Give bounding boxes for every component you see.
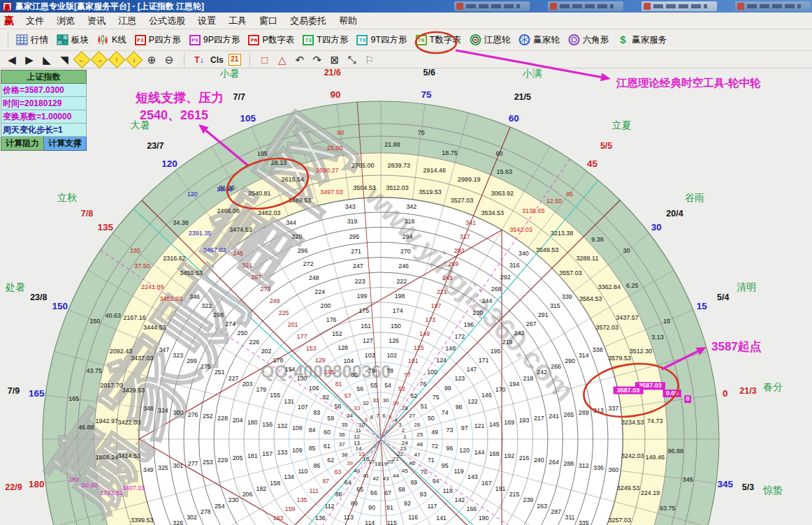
toolbar-item-label: 9T四方形 bbox=[370, 34, 407, 46]
svg-text:295: 295 bbox=[349, 233, 359, 240]
background-tab[interactable] bbox=[641, 1, 717, 11]
svg-text:315: 315 bbox=[550, 302, 560, 309]
svg-text:206: 206 bbox=[242, 491, 253, 498]
svg-text:107: 107 bbox=[298, 404, 308, 411]
svg-text:246: 246 bbox=[398, 262, 409, 269]
svg-text:134: 134 bbox=[284, 473, 294, 480]
toolbar-item-K线[interactable]: K线 bbox=[93, 33, 131, 47]
svg-text:104: 104 bbox=[343, 357, 354, 364]
candles-icon bbox=[97, 34, 109, 45]
calc-resistance-button[interactable]: 计算阻力 bbox=[1, 137, 44, 151]
svg-text:3213.38: 3213.38 bbox=[551, 230, 574, 237]
toolbar-item-江恩轮[interactable]: 江恩轮 bbox=[465, 33, 515, 47]
flag-icon[interactable]: ⚐ bbox=[363, 53, 376, 67]
svg-text:45: 45 bbox=[587, 158, 598, 169]
toolbar-item-板块[interactable]: 板块 bbox=[52, 33, 93, 47]
svg-text:2241.89: 2241.89 bbox=[141, 283, 164, 290]
menu-item-工具[interactable]: 工具 bbox=[222, 14, 253, 27]
calc-support-button[interactable]: 计算支撑 bbox=[44, 137, 87, 151]
toolbar-item-P数字表[interactable]: PNP数字表 bbox=[244, 33, 298, 47]
svg-text:155: 155 bbox=[270, 392, 280, 399]
svg-text:80: 80 bbox=[351, 371, 358, 378]
svg-text:45: 45 bbox=[566, 191, 573, 198]
svg-text:79: 79 bbox=[368, 367, 375, 374]
svg-text:124: 124 bbox=[436, 357, 447, 364]
resize-icon[interactable]: ⤡ bbox=[346, 53, 358, 67]
background-tab[interactable] bbox=[548, 1, 623, 11]
zoom-out-icon[interactable]: ⊖ bbox=[163, 53, 175, 67]
t-arrow-icon[interactable]: T↓ bbox=[193, 53, 205, 67]
menu-item-窗口[interactable]: 窗口 bbox=[253, 14, 284, 27]
pan-right-icon[interactable]: → bbox=[91, 51, 108, 68]
svg-text:27: 27 bbox=[409, 413, 415, 419]
toolbar-item-行情[interactable]: 行情 bbox=[12, 33, 52, 47]
triangle-tool-icon[interactable]: △ bbox=[276, 53, 289, 67]
toolbar-item-P四方形[interactable]: P3P四方形 bbox=[131, 33, 185, 47]
prev-icon[interactable]: ◀ bbox=[6, 53, 18, 67]
svg-text:157: 157 bbox=[262, 450, 273, 457]
svg-text:195: 195 bbox=[491, 348, 501, 355]
menu-item-帮助[interactable]: 帮助 bbox=[333, 14, 363, 27]
svg-text:21/6: 21/6 bbox=[324, 68, 341, 77]
background-tab[interactable] bbox=[735, 1, 811, 11]
svg-text:292: 292 bbox=[500, 274, 511, 281]
menu-item-交易委托[interactable]: 交易委托 bbox=[284, 14, 333, 27]
svg-text:148: 148 bbox=[445, 345, 456, 352]
gann-wheel-chart-area[interactable]: 赢家财富网www.yingjia360.comQQ:40008003600153… bbox=[0, 68, 812, 525]
svg-text:105: 105 bbox=[257, 150, 268, 157]
box-x-icon[interactable]: ⊠ bbox=[328, 53, 341, 67]
svg-text:20/4: 20/4 bbox=[666, 209, 683, 219]
window-title: 赢家江恩专业版[赢家服务平台] - [上证指数 江恩轮] bbox=[15, 1, 204, 13]
cls-button[interactable]: Cls bbox=[210, 53, 224, 67]
background-tab[interactable] bbox=[454, 1, 530, 11]
T9-icon: T9 bbox=[356, 35, 368, 45]
svg-text:7: 7 bbox=[376, 413, 379, 419]
svg-text:301: 301 bbox=[173, 462, 183, 469]
title-bar: 赢 赢家江恩专业版[赢家服务平台] - [上证指数 江恩轮] bbox=[0, 0, 812, 13]
svg-text:74.73: 74.73 bbox=[647, 417, 663, 424]
rotate-right-icon[interactable]: ◥ bbox=[58, 53, 71, 67]
next-icon[interactable]: ▶ bbox=[23, 53, 36, 67]
toolbar-item-T四方形[interactable]: T3T四方形 bbox=[298, 33, 352, 47]
pan-down-icon[interactable]: ↓ bbox=[126, 51, 143, 68]
svg-text:65: 65 bbox=[356, 486, 363, 493]
square-tool-icon[interactable]: □ bbox=[259, 53, 271, 67]
rotate-left-icon[interactable]: ◣ bbox=[41, 53, 53, 67]
toolbar-item-9T四方形[interactable]: T99T四方形 bbox=[352, 33, 411, 47]
menu-item-设置[interactable]: 设置 bbox=[191, 14, 222, 27]
svg-text:317: 317 bbox=[460, 233, 470, 240]
svg-text:135: 135 bbox=[297, 496, 307, 503]
pan-left-icon[interactable]: ← bbox=[73, 51, 91, 68]
pan-up-icon[interactable]: ↑ bbox=[108, 51, 126, 68]
svg-text:85: 85 bbox=[309, 445, 316, 452]
arc-ccw-icon[interactable]: ↶ bbox=[293, 53, 306, 67]
toolbar-item-赢家轮[interactable]: 赢家轮 bbox=[514, 33, 564, 47]
svg-text:2: 2 bbox=[402, 427, 405, 434]
toolbar-item-六角形[interactable]: 六角形 bbox=[564, 33, 614, 47]
toolbar-item-9P四方形[interactable]: P99P四方形 bbox=[185, 33, 245, 47]
toolbar-item-T数字表[interactable]: TNT数字表 bbox=[412, 33, 465, 47]
svg-text:48: 48 bbox=[416, 441, 423, 448]
svg-text:88: 88 bbox=[335, 491, 342, 498]
toolbar-item-label: P四方形 bbox=[149, 34, 181, 46]
menu-item-浏览[interactable]: 浏览 bbox=[50, 14, 81, 27]
menu-item-文件[interactable]: 文件 bbox=[20, 14, 50, 27]
menu-item-公式选股[interactable]: 公式选股 bbox=[143, 14, 191, 27]
calendar-icon[interactable]: 21 bbox=[229, 54, 241, 66]
svg-text:271: 271 bbox=[351, 248, 361, 255]
svg-text:254: 254 bbox=[215, 503, 225, 510]
svg-text:348: 348 bbox=[143, 405, 154, 412]
zoom-in-icon[interactable]: ⊕ bbox=[145, 53, 158, 67]
gann-wheel[interactable]: 赢家财富网www.yingjia360.comQQ:40008003600153… bbox=[0, 68, 812, 525]
svg-text:205: 205 bbox=[233, 454, 243, 461]
svg-text:96: 96 bbox=[447, 445, 454, 452]
menu-item-江恩[interactable]: 江恩 bbox=[112, 14, 143, 27]
svg-text:100: 100 bbox=[427, 369, 437, 376]
menu-item-资讯[interactable]: 资讯 bbox=[81, 14, 112, 27]
toolbar-item-赢家服务[interactable]: $赢家服务 bbox=[613, 33, 671, 47]
svg-text:345: 345 bbox=[717, 479, 733, 489]
svg-text:3249.53: 3249.53 bbox=[617, 485, 640, 491]
arc-cw-icon[interactable]: ↷ bbox=[311, 53, 324, 67]
svg-text:41: 41 bbox=[363, 473, 369, 479]
svg-text:3579.53: 3579.53 bbox=[609, 355, 632, 362]
